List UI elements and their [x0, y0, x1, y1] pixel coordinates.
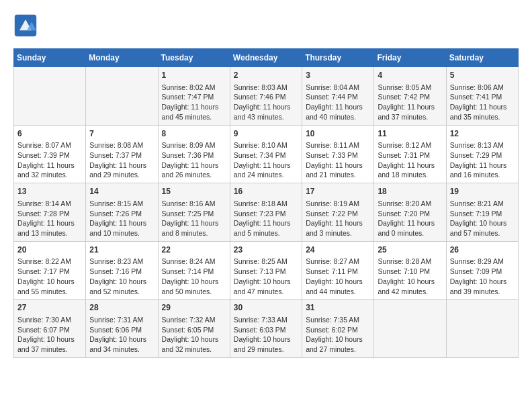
day-number: 23 — [234, 244, 298, 256]
calendar-cell — [446, 300, 518, 358]
day-number: 9 — [234, 128, 298, 140]
day-number: 21 — [89, 244, 154, 256]
calendar-cell: 1Sunrise: 8:02 AM Sunset: 7:47 PM Daylig… — [158, 67, 230, 126]
day-info: Sunrise: 8:22 AM Sunset: 7:17 PM Dayligh… — [17, 257, 82, 296]
day-info: Sunrise: 8:02 AM Sunset: 7:47 PM Dayligh… — [162, 83, 226, 122]
day-number: 10 — [306, 128, 370, 140]
day-info: Sunrise: 8:28 AM Sunset: 7:10 PM Dayligh… — [378, 257, 442, 296]
days-of-week-row: SundayMondayTuesdayWednesdayThursdayFrid… — [14, 49, 519, 67]
calendar-cell: 5Sunrise: 8:06 AM Sunset: 7:41 PM Daylig… — [446, 67, 518, 126]
day-number: 19 — [450, 186, 515, 197]
day-number: 4 — [378, 70, 442, 81]
day-info: Sunrise: 8:08 AM Sunset: 7:37 PM Dayligh… — [89, 140, 154, 180]
calendar-week-5: 27Sunrise: 7:30 AM Sunset: 6:07 PM Dayli… — [14, 300, 519, 358]
day-number: 20 — [17, 244, 82, 256]
day-number: 18 — [378, 186, 442, 197]
logo-icon — [13, 13, 38, 38]
calendar-cell: 11Sunrise: 8:12 AM Sunset: 7:31 PM Dayli… — [374, 125, 446, 183]
day-of-week-friday: Friday — [374, 49, 446, 67]
day-number: 28 — [89, 302, 154, 314]
calendar-cell: 10Sunrise: 8:11 AM Sunset: 7:33 PM Dayli… — [302, 125, 374, 183]
calendar-cell — [374, 300, 446, 358]
day-number: 1 — [162, 70, 226, 81]
day-number: 16 — [234, 186, 298, 197]
calendar-cell — [86, 67, 158, 126]
calendar-cell: 14Sunrise: 8:15 AM Sunset: 7:26 PM Dayli… — [86, 183, 158, 242]
calendar-cell: 6Sunrise: 8:07 AM Sunset: 7:39 PM Daylig… — [14, 125, 86, 183]
day-info: Sunrise: 8:12 AM Sunset: 7:31 PM Dayligh… — [378, 140, 442, 180]
day-info: Sunrise: 8:09 AM Sunset: 7:36 PM Dayligh… — [162, 140, 226, 180]
day-info: Sunrise: 8:25 AM Sunset: 7:13 PM Dayligh… — [234, 257, 298, 296]
day-info: Sunrise: 7:30 AM Sunset: 6:07 PM Dayligh… — [17, 315, 82, 355]
day-number: 13 — [17, 186, 82, 197]
calendar-cell: 15Sunrise: 8:16 AM Sunset: 7:25 PM Dayli… — [158, 183, 230, 242]
calendar-cell: 23Sunrise: 8:25 AM Sunset: 7:13 PM Dayli… — [230, 241, 302, 300]
calendar-cell: 28Sunrise: 7:31 AM Sunset: 6:06 PM Dayli… — [86, 300, 158, 358]
day-number: 3 — [306, 70, 370, 81]
day-info: Sunrise: 8:06 AM Sunset: 7:41 PM Dayligh… — [450, 83, 515, 122]
day-info: Sunrise: 7:31 AM Sunset: 6:06 PM Dayligh… — [89, 315, 154, 355]
calendar-cell: 26Sunrise: 8:29 AM Sunset: 7:09 PM Dayli… — [446, 241, 518, 300]
calendar-table: SundayMondayTuesdayWednesdayThursdayFrid… — [13, 48, 519, 358]
day-number: 22 — [162, 244, 226, 256]
day-info: Sunrise: 8:04 AM Sunset: 7:44 PM Dayligh… — [306, 83, 370, 122]
day-info: Sunrise: 8:03 AM Sunset: 7:46 PM Dayligh… — [234, 83, 298, 122]
calendar-week-4: 20Sunrise: 8:22 AM Sunset: 7:17 PM Dayli… — [14, 241, 519, 300]
day-number: 6 — [17, 128, 82, 140]
calendar-cell: 21Sunrise: 8:23 AM Sunset: 7:16 PM Dayli… — [86, 241, 158, 300]
day-number: 11 — [378, 128, 442, 140]
calendar-cell: 3Sunrise: 8:04 AM Sunset: 7:44 PM Daylig… — [302, 67, 374, 126]
day-number: 17 — [306, 186, 370, 197]
day-number: 25 — [378, 244, 442, 256]
day-info: Sunrise: 8:11 AM Sunset: 7:33 PM Dayligh… — [306, 140, 370, 180]
calendar-header: SundayMondayTuesdayWednesdayThursdayFrid… — [14, 49, 519, 67]
day-number: 29 — [162, 302, 226, 314]
calendar-week-2: 6Sunrise: 8:07 AM Sunset: 7:39 PM Daylig… — [14, 125, 519, 183]
day-info: Sunrise: 8:13 AM Sunset: 7:29 PM Dayligh… — [450, 140, 515, 180]
day-info: Sunrise: 8:16 AM Sunset: 7:25 PM Dayligh… — [162, 199, 226, 238]
calendar-cell: 19Sunrise: 8:21 AM Sunset: 7:19 PM Dayli… — [446, 183, 518, 242]
day-number: 14 — [89, 186, 154, 197]
day-info: Sunrise: 7:32 AM Sunset: 6:05 PM Dayligh… — [162, 315, 226, 355]
day-number: 15 — [162, 186, 226, 197]
calendar-cell: 30Sunrise: 7:33 AM Sunset: 6:03 PM Dayli… — [230, 300, 302, 358]
day-number: 31 — [306, 302, 370, 314]
calendar-cell: 18Sunrise: 8:20 AM Sunset: 7:20 PM Dayli… — [374, 183, 446, 242]
day-number: 27 — [17, 302, 82, 314]
day-of-week-monday: Monday — [86, 49, 158, 67]
calendar-cell: 17Sunrise: 8:19 AM Sunset: 7:22 PM Dayli… — [302, 183, 374, 242]
day-info: Sunrise: 7:35 AM Sunset: 6:02 PM Dayligh… — [306, 315, 370, 355]
calendar-cell: 13Sunrise: 8:14 AM Sunset: 7:28 PM Dayli… — [14, 183, 86, 242]
day-info: Sunrise: 8:29 AM Sunset: 7:09 PM Dayligh… — [450, 257, 515, 296]
day-of-week-thursday: Thursday — [302, 49, 374, 67]
day-number: 26 — [450, 244, 515, 256]
day-number: 24 — [306, 244, 370, 256]
calendar-body: 1Sunrise: 8:02 AM Sunset: 7:47 PM Daylig… — [14, 67, 519, 358]
day-of-week-tuesday: Tuesday — [158, 49, 230, 67]
calendar-week-3: 13Sunrise: 8:14 AM Sunset: 7:28 PM Dayli… — [14, 183, 519, 242]
day-info: Sunrise: 8:18 AM Sunset: 7:23 PM Dayligh… — [234, 199, 298, 238]
calendar-cell: 22Sunrise: 8:24 AM Sunset: 7:14 PM Dayli… — [158, 241, 230, 300]
calendar-cell: 8Sunrise: 8:09 AM Sunset: 7:36 PM Daylig… — [158, 125, 230, 183]
day-info: Sunrise: 8:05 AM Sunset: 7:42 PM Dayligh… — [378, 83, 442, 122]
day-of-week-sunday: Sunday — [14, 49, 86, 67]
day-info: Sunrise: 8:10 AM Sunset: 7:34 PM Dayligh… — [234, 140, 298, 180]
day-number: 2 — [234, 70, 298, 81]
calendar-cell: 31Sunrise: 7:35 AM Sunset: 6:02 PM Dayli… — [302, 300, 374, 358]
day-info: Sunrise: 7:33 AM Sunset: 6:03 PM Dayligh… — [234, 315, 298, 355]
day-number: 12 — [450, 128, 515, 140]
day-info: Sunrise: 8:15 AM Sunset: 7:26 PM Dayligh… — [89, 199, 154, 238]
calendar-cell: 9Sunrise: 8:10 AM Sunset: 7:34 PM Daylig… — [230, 125, 302, 183]
calendar-cell: 12Sunrise: 8:13 AM Sunset: 7:29 PM Dayli… — [446, 125, 518, 183]
calendar-cell: 25Sunrise: 8:28 AM Sunset: 7:10 PM Dayli… — [374, 241, 446, 300]
calendar-cell: 29Sunrise: 7:32 AM Sunset: 6:05 PM Dayli… — [158, 300, 230, 358]
day-number: 8 — [162, 128, 226, 140]
day-info: Sunrise: 8:14 AM Sunset: 7:28 PM Dayligh… — [17, 199, 82, 238]
day-number: 30 — [234, 302, 298, 314]
day-of-week-wednesday: Wednesday — [230, 49, 302, 67]
day-number: 7 — [89, 128, 154, 140]
calendar-cell: 27Sunrise: 7:30 AM Sunset: 6:07 PM Dayli… — [14, 300, 86, 358]
calendar-cell: 7Sunrise: 8:08 AM Sunset: 7:37 PM Daylig… — [86, 125, 158, 183]
calendar-cell: 16Sunrise: 8:18 AM Sunset: 7:23 PM Dayli… — [230, 183, 302, 242]
calendar-cell: 24Sunrise: 8:27 AM Sunset: 7:11 PM Dayli… — [302, 241, 374, 300]
